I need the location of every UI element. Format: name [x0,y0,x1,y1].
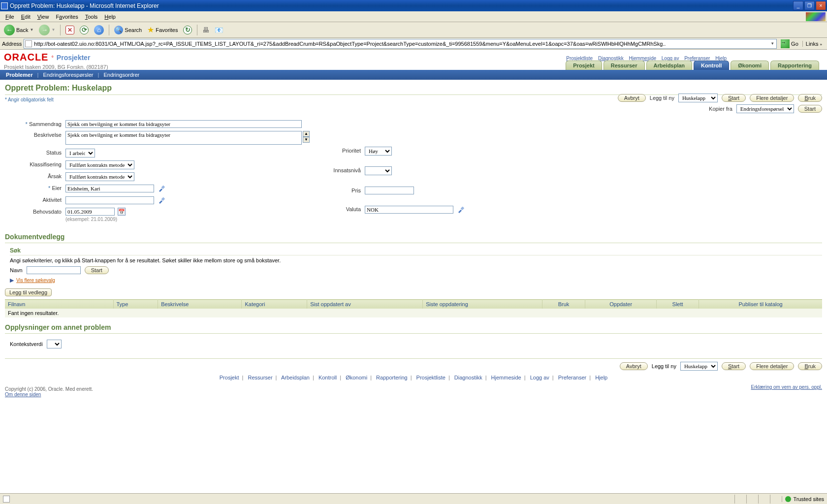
fl-hjelp[interactable]: Hjelp [595,375,607,380]
menu-view[interactable]: View [34,13,53,21]
tab-kontroll[interactable]: Kontroll [694,61,729,70]
subnav-endringsforesporsler[interactable]: Endringsforespørsler [43,72,93,78]
fl-okonomi[interactable]: Økonomi [346,375,367,380]
innsatsniva-select[interactable] [365,166,392,175]
th-beskrivelse[interactable]: Beskrivelse [158,300,242,309]
menu-file[interactable]: File [2,13,18,21]
textarea-up-icon[interactable]: ▲ [303,131,310,137]
valuta-input[interactable] [365,206,453,214]
sok-start-button[interactable]: Start [85,266,109,274]
fl-diagnostikk[interactable]: Diagnostikk [454,375,482,380]
fl-preferanser[interactable]: Preferanser [558,375,586,380]
address-url[interactable]: http://bot-oatest02.uio.no:8031/OA_HTML/… [34,41,767,47]
svg-rect-2 [460,206,464,210]
privacy-link[interactable]: Erklæring om vern av pers. oppl. [751,384,822,390]
beskrivelse-textarea[interactable] [65,131,302,145]
klassifisering-select[interactable]: Fullført kontrakts metode [65,160,134,169]
print-button[interactable]: 🖶 [200,24,211,36]
aktivitet-input[interactable] [65,196,154,204]
refresh-button[interactable]: ⟳ [78,24,91,36]
fl-prosjektliste[interactable]: Prosjektliste [416,375,445,380]
th-publiser[interactable]: Publiser til katalog [699,300,822,309]
flashlight-icon[interactable] [456,205,465,214]
menu-tools[interactable]: Tools [82,13,101,21]
kontekstverdi-select[interactable] [47,340,62,348]
kopier-fra-label: Kopier fra [709,106,732,112]
flere-detaljer-button-bottom[interactable]: Flere detaljer [750,362,794,370]
th-bruk[interactable]: Bruk [542,300,585,309]
flashlight-icon[interactable] [157,184,166,193]
tab-arbeidsplan[interactable]: Arbeidsplan [646,61,693,70]
mail-button[interactable]: 📧 [213,24,225,36]
page-icon [25,40,32,47]
bruk-button-bottom[interactable]: Bruk [798,362,822,370]
kopier-fra-select[interactable]: Endringsforespørsel [736,104,794,113]
fl-loggav[interactable]: Logg av [530,375,549,380]
search-button[interactable]: 🔍Search [112,24,144,36]
tab-rapportering[interactable]: Rapportering [770,61,819,70]
subnav-endringsordrer[interactable]: Endringsordrer [103,72,139,78]
forward-button[interactable]: →▼ [37,24,57,36]
start-button-bottom[interactable]: Start [722,362,746,370]
arsak-select[interactable]: Fullført kontrakts metode [65,172,134,181]
flashlight-icon[interactable] [157,196,166,205]
bruk-button[interactable]: Bruk [798,94,822,102]
fl-prosjekt[interactable]: Prosjekt [220,375,239,380]
more-search-link[interactable]: Vis flere søkevalg [16,278,55,283]
th-slett[interactable]: Slett [657,300,699,309]
tab-prosjekt[interactable]: Prosjekt [566,61,602,70]
minimize-button[interactable]: _ [793,1,803,10]
fl-kontroll[interactable]: Kontroll [318,375,337,380]
legg-til-ny-select-bottom[interactable]: Huskelapp [680,362,718,371]
flere-detaljer-button[interactable]: Flere detaljer [750,94,794,102]
favorites-button[interactable]: ★Favorites [145,24,180,36]
status-select[interactable]: I arbeid [65,149,95,158]
ie-toolbar: ←Back▼ →▼ ✕ ⟳ ⌂ 🔍Search ★Favorites ↻ 🖶 📧 [0,22,827,38]
legg-til-ny-select[interactable]: Huskelapp [678,94,718,102]
home-button[interactable]: ⌂ [92,24,106,36]
th-kategori[interactable]: Kategori [242,300,307,309]
menu-edit[interactable]: Edit [18,13,34,21]
behovsdato-label: Behovsdato [15,208,62,215]
menu-favorites[interactable]: Favorites [52,13,81,21]
subnav-problemer[interactable]: Problemer [6,72,32,78]
history-button[interactable]: ↻ [181,24,194,36]
th-siste-oppdatering[interactable]: Siste oppdatering [423,300,542,309]
th-sist-oppdatert-av[interactable]: Sist oppdatert av [307,300,423,309]
fl-rapportering[interactable]: Rapportering [376,375,408,380]
stop-button[interactable]: ✕ [64,24,76,36]
pris-input[interactable] [365,187,414,194]
maximize-button[interactable]: ❐ [804,1,815,10]
copyright-text: Copyright (c) 2006, Oracle. Med enerett. [5,386,93,392]
more-search-arrow-icon[interactable]: ▶ [10,277,14,283]
kopier-start-button[interactable]: Start [798,105,822,113]
arsak-label: Årsak [15,172,62,179]
behovsdato-input[interactable] [65,208,115,216]
avbryt-button-bottom[interactable]: Avbryt [620,362,648,370]
back-button[interactable]: ←Back▼ [2,24,35,36]
calendar-icon[interactable]: 📅 [118,208,126,216]
th-filnavn[interactable]: Filnavn [5,300,113,309]
th-type[interactable]: Type [113,300,158,309]
address-dropdown[interactable]: ▼ [769,41,775,46]
tab-okonomi[interactable]: Økonomi [731,61,769,70]
prioritet-select[interactable]: Høy [365,147,392,156]
go-button[interactable]: →Go [779,39,800,48]
legg-til-vedlegg-button[interactable]: Legg til vedlegg [5,288,52,296]
start-button[interactable]: Start [722,94,746,102]
fl-hjemmeside[interactable]: Hjemmeside [491,375,521,380]
menu-help[interactable]: Help [101,13,119,21]
close-button[interactable]: × [816,1,826,10]
avbryt-button[interactable]: Avbryt [618,94,646,102]
fl-ressurser[interactable]: Ressurser [248,375,272,380]
sammendrag-input[interactable] [65,120,302,128]
beskrivelse-label: Beskrivelse [15,131,62,138]
links-section[interactable]: Links » [802,41,825,47]
textarea-down-icon[interactable]: ▼ [303,137,310,143]
th-oppdater[interactable]: Oppdater [585,300,657,309]
tab-ressurser[interactable]: Ressurser [604,61,645,70]
fl-arbeidsplan[interactable]: Arbeidsplan [281,375,310,380]
sok-navn-input[interactable] [27,266,81,274]
om-denne-siden-link[interactable]: Om denne siden [5,392,41,397]
eier-input[interactable] [65,185,154,192]
